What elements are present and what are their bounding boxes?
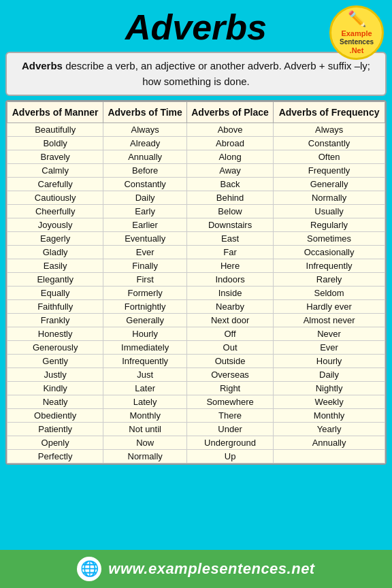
- table-cell: Sometimes: [274, 232, 385, 246]
- table-cell: Gently: [7, 355, 103, 368]
- table-cell: Beautifully: [7, 123, 103, 137]
- table-cell: Generously: [7, 341, 103, 355]
- table-row: FranklyGenerallyNext doorAlmost never: [7, 314, 385, 327]
- table-cell: Equally: [7, 287, 103, 300]
- table-row: HonestlyHourlyOffNever: [7, 327, 385, 341]
- table-row: KindlyLaterRightNightly: [7, 382, 385, 395]
- table-row: JoyouslyEarlierDownstairsRegularly: [7, 218, 385, 232]
- table-row: FaithfullyFortnightlyNearbyHardly ever: [7, 300, 385, 314]
- table-cell: Weekly: [274, 395, 385, 409]
- table-row: PerfectlyNormallyUp: [7, 450, 385, 463]
- table-cell: Early: [103, 205, 187, 218]
- table-cell: Indoors: [186, 273, 273, 287]
- description-text: describe a verb, an adjective or another…: [63, 60, 370, 87]
- table-cell: Seldom: [274, 287, 385, 300]
- table-cell: Out: [186, 341, 273, 355]
- table-cell: Along: [186, 150, 273, 164]
- table-row: CautiouslyDailyBehindNormally: [7, 191, 385, 205]
- table-cell: Regularly: [274, 218, 385, 232]
- table-cell: Frequently: [274, 164, 385, 178]
- table-cell: Kindly: [7, 382, 103, 395]
- table-cell: Normally: [103, 450, 187, 463]
- table-cell: Frankly: [7, 314, 103, 327]
- table-row: CalmlyBeforeAwayFrequently: [7, 164, 385, 178]
- table-cell: Constantly: [103, 178, 187, 191]
- table-cell: Occasionally: [274, 246, 385, 259]
- table-row: EasilyFinallyHereInfrequently: [7, 259, 385, 273]
- table-cell: Eagerly: [7, 232, 103, 246]
- table-row: PatientlyNot untilUnderYearly: [7, 423, 385, 436]
- table-cell: Immediately: [103, 341, 187, 355]
- logo-line1: Example: [341, 29, 372, 38]
- table-cell: Nightly: [274, 382, 385, 395]
- table-cell: Annually: [103, 150, 187, 164]
- table-cell: East: [186, 232, 273, 246]
- logo-badge: ✏️ Example Sentences .Net: [329, 5, 384, 60]
- table-cell: Joyously: [7, 218, 103, 232]
- table-cell: Daily: [274, 368, 385, 382]
- table-cell: Never: [274, 327, 385, 341]
- table-cell: Always: [274, 123, 385, 137]
- table-row: CheerfullyEarlyBelowUsually: [7, 205, 385, 218]
- column-header: Adverbs of Frequency: [274, 102, 385, 123]
- logo-pencil-icon: ✏️: [348, 10, 366, 28]
- table-cell: Formerly: [103, 287, 187, 300]
- table-cell: Obediently: [7, 409, 103, 423]
- table-cell: Eventually: [103, 232, 187, 246]
- table-row: ObedientlyMonthlyThereMonthly: [7, 409, 385, 423]
- table-row: NeatlyLatelySomewhereWeekly: [7, 395, 385, 409]
- description-box: Adverbs describe a verb, an adjective or…: [5, 52, 387, 96]
- table-header: Adverbs of MannerAdverbs of TimeAdverbs …: [7, 102, 385, 123]
- table-cell: Fortnightly: [103, 300, 187, 314]
- table-row: BeautifullyAlwaysAboveAlways: [7, 123, 385, 137]
- table-row: BravelyAnnuallyAlongOften: [7, 150, 385, 164]
- table-row: CarefullyConstantlyBackGenerally: [7, 178, 385, 191]
- table-cell: Yearly: [274, 423, 385, 436]
- table-cell: Back: [186, 178, 273, 191]
- table-cell: Up: [186, 450, 273, 463]
- table-cell: Lately: [103, 395, 187, 409]
- table-cell: Here: [186, 259, 273, 273]
- table-body: BeautifullyAlwaysAboveAlwaysBoldlyAlread…: [7, 123, 385, 463]
- table-cell: Inside: [186, 287, 273, 300]
- table-cell: Next door: [186, 314, 273, 327]
- table-cell: Behind: [186, 191, 273, 205]
- table-cell: Daily: [103, 191, 187, 205]
- table-cell: Easily: [7, 259, 103, 273]
- table-cell: Carefully: [7, 178, 103, 191]
- logo-line3: .Net: [350, 46, 364, 55]
- column-header: Adverbs of Manner: [7, 102, 103, 123]
- table-cell: Perfectly: [7, 450, 103, 463]
- table-cell: Justly: [7, 368, 103, 382]
- table-row: ElegantlyFirstIndoorsRarely: [7, 273, 385, 287]
- table-cell: Infrequently: [103, 355, 187, 368]
- table-cell: Hourly: [103, 327, 187, 341]
- table-cell: Already: [103, 137, 187, 150]
- table-cell: Usually: [274, 205, 385, 218]
- table-cell: Rarely: [274, 273, 385, 287]
- table-cell: Off: [186, 327, 273, 341]
- table-cell: Honestly: [7, 327, 103, 341]
- table-cell: Faithfully: [7, 300, 103, 314]
- table-cell: Constantly: [274, 137, 385, 150]
- table-cell: Just: [103, 368, 187, 382]
- table-cell: Ever: [103, 246, 187, 259]
- table-cell: Right: [186, 382, 273, 395]
- table-cell: Ever: [274, 341, 385, 355]
- footer-url: www.examplesentences.net: [108, 560, 314, 578]
- globe-icon: 🌐: [77, 557, 101, 581]
- table-cell: Always: [103, 123, 187, 137]
- table-cell: Often: [274, 150, 385, 164]
- adverbs-table-wrapper: Adverbs of MannerAdverbs of TimeAdverbs …: [5, 100, 387, 465]
- table-cell: Patiently: [7, 423, 103, 436]
- table-cell: Generally: [274, 178, 385, 191]
- table-cell: Openly: [7, 436, 103, 450]
- footer: 🌐 www.examplesentences.net: [0, 550, 392, 588]
- table-cell: Away: [186, 164, 273, 178]
- table-cell: Not until: [103, 423, 187, 436]
- table-cell: Neatly: [7, 395, 103, 409]
- table-cell: Hourly: [274, 355, 385, 368]
- table-cell: Infrequently: [274, 259, 385, 273]
- table-cell: Cautiously: [7, 191, 103, 205]
- description-bold: Adverbs: [22, 60, 63, 71]
